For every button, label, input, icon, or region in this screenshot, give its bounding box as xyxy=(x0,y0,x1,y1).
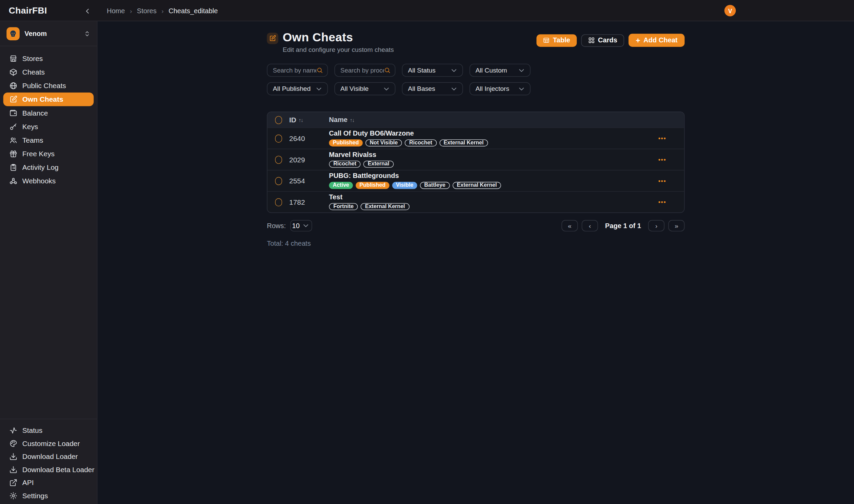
row-actions-button[interactable]: ••• xyxy=(656,133,668,144)
sidebar-item-status[interactable]: Status xyxy=(3,424,94,437)
external-link-icon xyxy=(9,478,17,486)
sidebar-item-free-keys[interactable]: Free Keys xyxy=(3,147,94,161)
main-content: Own Cheats Edit and configure your custo… xyxy=(97,21,854,504)
add-cheat-button[interactable]: + Add Cheat xyxy=(628,34,684,47)
cheat-name: Test xyxy=(329,194,640,201)
select-all-checkbox[interactable] xyxy=(274,116,282,124)
badge-list: Active Published Visible Battleye Extern… xyxy=(329,182,640,189)
download-icon xyxy=(9,452,17,460)
sidebar-item-api[interactable]: API xyxy=(3,476,94,489)
sidebar-item-teams[interactable]: Teams xyxy=(3,133,94,147)
table-header: ID ↑↓ Name ↑↓ xyxy=(267,112,684,127)
chevron-down-icon xyxy=(517,66,526,74)
page-indicator: Page 1 of 1 xyxy=(605,222,641,230)
search-name-input[interactable] xyxy=(273,67,317,74)
last-page-button[interactable]: » xyxy=(668,220,684,232)
sidebar-item-webhooks[interactable]: Webhooks xyxy=(3,174,94,188)
gift-icon xyxy=(9,150,17,158)
sidebar-item-activity-log[interactable]: Activity Log xyxy=(3,161,94,174)
activity-icon xyxy=(9,426,17,434)
store-avatar xyxy=(6,27,20,40)
sidebar-item-own-cheats[interactable]: Own Cheats xyxy=(3,92,94,106)
status-badge: Ricochet xyxy=(405,139,437,146)
table-row: 2029 Marvel Rivalss Ricochet External ••… xyxy=(267,149,684,170)
row-actions-button[interactable]: ••• xyxy=(656,197,668,208)
prev-page-button[interactable]: ‹ xyxy=(582,220,598,232)
search-process-input[interactable] xyxy=(340,67,384,74)
file-pen-icon xyxy=(9,95,17,103)
sidebar-item-download-loader[interactable]: Download Loader xyxy=(3,450,94,463)
table-row: 2640 Call Of Duty BO6/Warzone Published … xyxy=(267,127,684,149)
users-icon xyxy=(9,136,17,144)
search-icon xyxy=(316,67,323,74)
sidebar-item-customize-loader[interactable]: Customize Loader xyxy=(3,436,94,450)
filters: All Status All Custom All Published xyxy=(267,64,684,95)
skull-icon xyxy=(9,29,18,38)
sidebar-collapse-button[interactable] xyxy=(81,4,94,18)
edit-pencil-icon xyxy=(269,35,276,42)
breadcrumb-separator: › xyxy=(130,7,132,14)
table-view-button[interactable]: Table xyxy=(537,34,577,47)
column-header-name[interactable]: Name ↑↓ xyxy=(329,116,640,123)
sidebar-item-balance[interactable]: Balance xyxy=(3,106,94,120)
cheat-name: Call Of Duty BO6/Warzone xyxy=(329,130,640,137)
row-actions-button[interactable]: ••• xyxy=(656,176,668,186)
breadcrumb: Home › Stores › Cheats_editable xyxy=(107,0,218,21)
cell-id: 1782 xyxy=(289,198,329,206)
download-icon xyxy=(9,465,17,473)
sort-icon: ↑↓ xyxy=(350,117,354,123)
row-checkbox[interactable] xyxy=(274,177,282,185)
cards-view-button[interactable]: Cards xyxy=(581,34,624,47)
store-icon xyxy=(9,55,17,63)
row-checkbox[interactable] xyxy=(274,198,282,206)
cell-id: 2640 xyxy=(289,134,329,142)
sort-icon: ↑↓ xyxy=(298,117,303,123)
chevron-down-icon xyxy=(315,85,323,93)
first-page-button[interactable]: « xyxy=(562,220,578,232)
breadcrumb-stores[interactable]: Stores xyxy=(137,7,157,14)
cheat-name: Marvel Rivalss xyxy=(329,151,640,158)
status-badge: External Kernel xyxy=(439,139,488,146)
filter-all-visible[interactable]: All Visible xyxy=(334,83,395,95)
status-badge: Battleye xyxy=(420,182,449,189)
chevron-down-icon xyxy=(517,85,526,93)
table-row: 1782 Test Fortnite External Kernel ••• xyxy=(267,191,684,213)
breadcrumb-current: Cheats_editable xyxy=(168,7,218,14)
user-avatar[interactable]: V xyxy=(725,5,736,16)
rows-per-page-select[interactable]: 10 xyxy=(290,220,312,232)
row-checkbox[interactable] xyxy=(274,156,282,164)
store-selector[interactable]: Venom xyxy=(0,21,97,47)
wallet-icon xyxy=(9,109,17,117)
store-name: Venom xyxy=(24,30,79,37)
status-badge: Published xyxy=(329,139,362,146)
cell-id: 2029 xyxy=(289,156,329,164)
sidebar-item-public-cheats[interactable]: Public Cheats xyxy=(3,79,94,92)
status-badge: External Kernel xyxy=(452,182,501,189)
sidebar-item-download-beta-loader[interactable]: Download Beta Loader xyxy=(3,463,94,476)
next-page-button[interactable]: › xyxy=(648,220,664,232)
page-subtitle: Edit and configure your custom cheats xyxy=(283,46,394,53)
breadcrumb-home[interactable]: Home xyxy=(107,7,125,14)
row-checkbox[interactable] xyxy=(274,134,282,142)
sidebar-item-settings[interactable]: Settings xyxy=(3,489,94,502)
row-actions-button[interactable]: ••• xyxy=(656,154,668,165)
filter-all-published[interactable]: All Published xyxy=(267,83,328,95)
cheat-name: PUBG: Battlegrounds xyxy=(329,173,640,180)
sidebar-item-keys[interactable]: Keys xyxy=(3,120,94,133)
page-title: Own Cheats xyxy=(283,31,394,44)
filter-all-bases[interactable]: All Bases xyxy=(402,83,463,95)
filter-all-status[interactable]: All Status xyxy=(402,64,463,77)
rows-per-page-label: Rows: xyxy=(267,222,286,230)
filter-all-custom[interactable]: All Custom xyxy=(469,64,531,77)
sidebar-item-cheats[interactable]: Cheats xyxy=(3,66,94,79)
sidebar-item-stores[interactable]: Stores xyxy=(3,52,94,66)
webhook-icon xyxy=(9,177,17,185)
filter-all-injectors[interactable]: All Injectors xyxy=(469,83,531,95)
sidebar: Venom Stores Cheats Public Cheats xyxy=(0,21,97,504)
pagination: Rows: 10 « ‹ Page 1 of 1 › » xyxy=(267,220,684,232)
topbar: ChairFBI Home › Stores › Cheats_editable… xyxy=(0,0,854,21)
badge-list: Published Not Visible Ricochet External … xyxy=(329,139,640,146)
package-icon xyxy=(9,68,17,76)
chevron-down-icon xyxy=(450,85,458,93)
column-header-id[interactable]: ID ↑↓ xyxy=(289,116,329,124)
